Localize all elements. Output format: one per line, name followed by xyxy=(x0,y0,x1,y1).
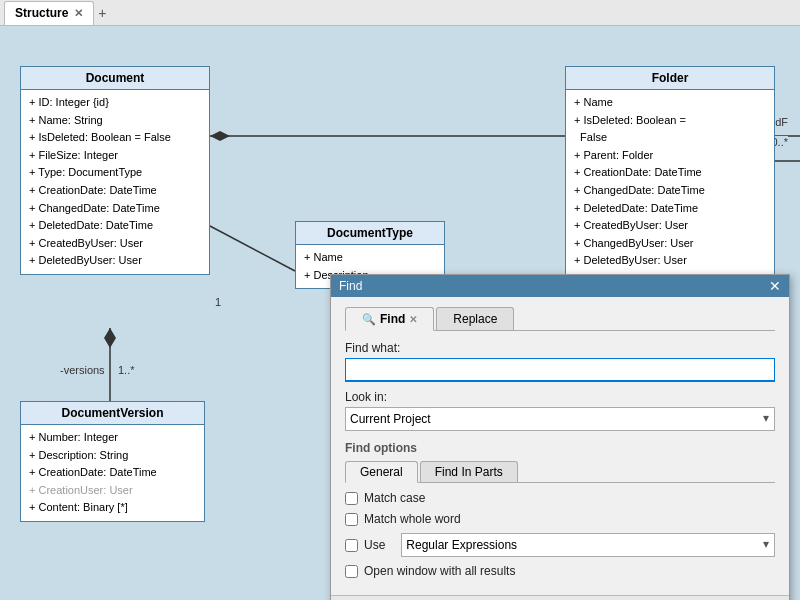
replace-tab-label: Replace xyxy=(453,312,497,326)
use-checkbox[interactable] xyxy=(345,539,358,552)
use-row: Use Regular Expressions Wildcards xyxy=(345,533,775,557)
folder-class: Folder + Name + IsDeleted: Boolean = Fal… xyxy=(565,66,775,275)
find-dialog-close-button[interactable]: ✕ xyxy=(769,279,781,293)
one-to-many-label: 1..* xyxy=(118,364,135,376)
find-in-parts-tab[interactable]: Find In Parts xyxy=(420,461,518,482)
find-what-row: Find what: xyxy=(345,341,775,382)
list-item: + CreatedByUser: User xyxy=(29,235,201,253)
document-class-header: Document xyxy=(21,67,209,90)
list-item: + DeletedByUser: User xyxy=(574,252,766,270)
list-item: + DeletedDate: DateTime xyxy=(574,200,766,218)
look-in-select-wrapper: Current Project Entire Solution Current … xyxy=(345,407,775,431)
list-item: + CreationDate: DateTime xyxy=(29,182,201,200)
svg-line-5 xyxy=(210,226,295,271)
list-item: + DeletedByUser: User xyxy=(29,252,201,270)
match-case-row: Match case xyxy=(345,491,775,505)
tab-bar: Structure ✕ + xyxy=(0,0,800,26)
list-item: + CreatedByUser: User xyxy=(574,217,766,235)
list-item: + Name: String xyxy=(29,112,201,130)
replace-tab[interactable]: Replace xyxy=(436,307,514,330)
list-item: + ChangedByUser: User xyxy=(574,235,766,253)
list-item: + FileSize: Integer xyxy=(29,147,201,165)
document-class: Document + ID: Integer {id} + Name: Stri… xyxy=(20,66,210,275)
open-window-checkbox[interactable] xyxy=(345,565,358,578)
documentversion-class-header: DocumentVersion xyxy=(21,402,204,425)
one-label: 1 xyxy=(215,296,221,308)
documentversion-class: DocumentVersion + Number: Integer + Desc… xyxy=(20,401,205,522)
find-options-label: Find options xyxy=(345,441,775,455)
find-dialog-body: 🔍 Find ✕ Replace Find what: Look in: Cur… xyxy=(331,297,789,595)
add-tab-button[interactable]: + xyxy=(98,5,106,21)
documentversion-class-body: + Number: Integer + Description: String … xyxy=(21,425,204,521)
find-tab-icon: 🔍 xyxy=(362,313,376,326)
open-window-label: Open window with all results xyxy=(364,564,515,578)
use-select-wrapper: Regular Expressions Wildcards xyxy=(401,533,775,557)
list-item: + Parent: Folder xyxy=(574,147,766,165)
list-item: + ChangedDate: DateTime xyxy=(574,182,766,200)
list-item: + Content: Binary [*] xyxy=(29,499,196,517)
find-dialog: Find ✕ 🔍 Find ✕ Replace Find what: xyxy=(330,274,790,600)
folder-class-header: Folder xyxy=(566,67,774,90)
find-dialog-footer: Find Next xyxy=(331,595,789,600)
use-label: Use xyxy=(364,538,385,552)
list-item: + Name xyxy=(574,94,766,112)
list-item: + CreationUser: User xyxy=(29,482,196,500)
find-what-label: Find what: xyxy=(345,341,775,355)
match-case-checkbox[interactable] xyxy=(345,492,358,505)
match-case-label: Match case xyxy=(364,491,425,505)
document-class-body: + ID: Integer {id} + Name: String + IsDe… xyxy=(21,90,209,274)
list-item: + CreationDate: DateTime xyxy=(574,164,766,182)
open-window-row: Open window with all results xyxy=(345,564,775,578)
match-whole-word-checkbox[interactable] xyxy=(345,513,358,526)
find-tab-close-icon[interactable]: ✕ xyxy=(409,314,417,325)
list-item: + IsDeleted: Boolean = False xyxy=(29,129,201,147)
list-item: + Description: String xyxy=(29,447,196,465)
list-item: + ID: Integer {id} xyxy=(29,94,201,112)
list-item: + Type: DocumentType xyxy=(29,164,201,182)
general-options-tab[interactable]: General xyxy=(345,461,418,483)
find-replace-tabs: 🔍 Find ✕ Replace xyxy=(345,307,775,331)
look-in-label: Look in: xyxy=(345,390,775,404)
match-whole-word-label: Match whole word xyxy=(364,512,461,526)
find-tab-label: Find xyxy=(380,312,405,326)
list-item: + Number: Integer xyxy=(29,429,196,447)
find-dialog-title: Find xyxy=(339,279,362,293)
find-options-section: Find options General Find In Parts Match… xyxy=(345,441,775,578)
match-whole-word-row: Match whole word xyxy=(345,512,775,526)
svg-marker-4 xyxy=(104,328,116,348)
find-tab[interactable]: 🔍 Find ✕ xyxy=(345,307,434,331)
list-item: False xyxy=(574,129,766,147)
find-dialog-titlebar: Find ✕ xyxy=(331,275,789,297)
list-item: + ChangedDate: DateTime xyxy=(29,200,201,218)
tab-label: Structure xyxy=(15,6,68,20)
list-item: + DeletedDate: DateTime xyxy=(29,217,201,235)
structure-tab[interactable]: Structure ✕ xyxy=(4,1,94,25)
find-what-input[interactable] xyxy=(345,358,775,382)
diagram-area: -versions 1..* 1 -nestedF 0..* Document … xyxy=(0,26,800,600)
list-item: + IsDeleted: Boolean = xyxy=(574,112,766,130)
look-in-select[interactable]: Current Project Entire Solution Current … xyxy=(345,407,775,431)
list-item: + Name xyxy=(304,249,436,267)
svg-marker-1 xyxy=(210,131,230,141)
documenttype-class-header: DocumentType xyxy=(296,222,444,245)
tab-close-icon[interactable]: ✕ xyxy=(74,7,83,20)
options-tabs: General Find In Parts xyxy=(345,461,775,483)
look-in-row: Look in: Current Project Entire Solution… xyxy=(345,390,775,431)
folder-class-body: + Name + IsDeleted: Boolean = False + Pa… xyxy=(566,90,774,274)
versions-label: -versions xyxy=(60,364,105,376)
use-type-select[interactable]: Regular Expressions Wildcards xyxy=(401,533,775,557)
list-item: + CreationDate: DateTime xyxy=(29,464,196,482)
